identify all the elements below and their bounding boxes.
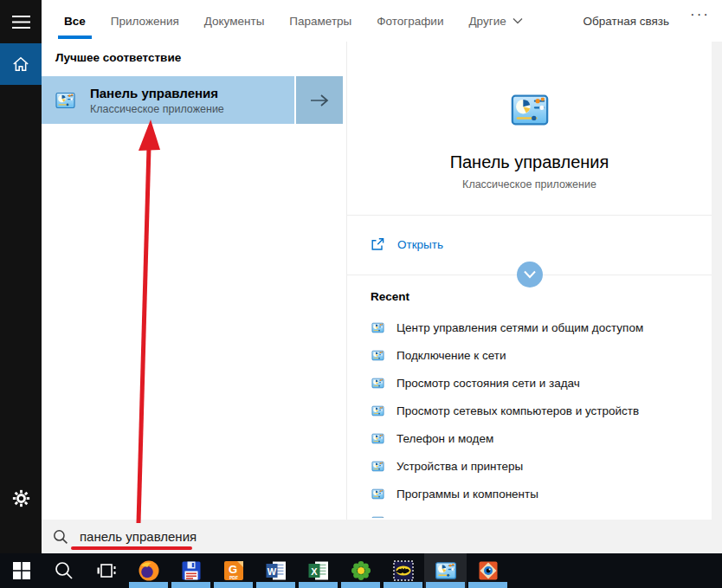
hamburger-menu-button[interactable] — [0, 2, 42, 43]
recent-item[interactable]: Телефон и модем — [347, 424, 712, 452]
gear-icon — [12, 489, 30, 507]
control-panel-large-icon — [505, 90, 555, 130]
tab-settings[interactable]: Параметры — [289, 0, 351, 42]
best-match-subtitle: Классическое приложение — [90, 103, 294, 115]
hamburger-icon — [12, 16, 30, 29]
recent-item[interactable]: Подключение к сети — [347, 341, 712, 369]
floppy-disk-icon — [180, 559, 203, 582]
running-indicator — [426, 582, 465, 588]
taskbar-search-button[interactable] — [42, 553, 85, 588]
word-icon: W — [265, 559, 287, 582]
results-pane: Лучшее соответствие Панель управления Кл… — [42, 42, 346, 520]
taskbar-excel[interactable]: X — [297, 553, 339, 588]
tab-settings-label: Параметры — [289, 15, 351, 28]
recent-item[interactable]: Просмотр сетевых компьютеров и устройств — [347, 397, 712, 424]
preview-subtitle: Классическое приложение — [347, 178, 712, 191]
tab-more[interactable]: Другие — [468, 0, 522, 42]
taskbar-pdf-app[interactable]: G PDF — [212, 553, 255, 588]
excel-icon: X — [307, 559, 330, 582]
control-panel-small-icon — [371, 349, 385, 362]
recent-item[interactable]: Устройства и принтеры — [347, 452, 712, 480]
batman-stamp-icon — [392, 559, 415, 582]
control-panel-small-icon — [371, 460, 385, 473]
tab-documents-label: Документы — [204, 15, 265, 28]
taskbar-batman-app[interactable] — [382, 553, 424, 588]
preview-title: Панель управления — [347, 152, 712, 172]
feedback-link[interactable]: Обратная связь — [583, 15, 669, 28]
search-icon — [54, 560, 74, 581]
tab-all-label: Все — [64, 15, 86, 28]
recent-item[interactable]: Программы и компоненты — [347, 480, 712, 507]
taskbar-icq[interactable] — [339, 553, 382, 588]
open-external-icon — [371, 237, 385, 252]
control-panel-small-icon — [371, 432, 385, 445]
open-action[interactable]: Открыть — [347, 229, 712, 260]
rail-home-button[interactable] — [0, 43, 42, 85]
recent-item[interactable]: Центр управления сетями и общим доступом — [347, 313, 712, 341]
tab-photos-label: Фотографии — [377, 15, 443, 28]
taskbar-floppy-app[interactable] — [170, 553, 212, 588]
tab-all[interactable]: Все — [64, 0, 86, 42]
control-panel-small-icon — [371, 321, 385, 334]
preview-pane: Панель управления Классическое приложени… — [347, 42, 712, 518]
best-match-title: Панель управления — [90, 86, 294, 101]
tab-more-label: Другие — [468, 15, 506, 28]
task-view-icon — [96, 560, 117, 581]
rail-settings-button[interactable] — [0, 477, 42, 519]
control-panel-small-icon — [371, 515, 385, 519]
start-button[interactable] — [0, 553, 42, 588]
overflow-menu-button[interactable]: ··· — [690, 6, 710, 23]
tab-documents[interactable]: Документы — [204, 0, 265, 42]
search-box[interactable]: панель управления — [42, 520, 722, 553]
running-indicator — [129, 582, 168, 588]
control-panel-small-icon — [371, 488, 385, 501]
open-label: Открыть — [397, 238, 443, 251]
faststone-eye-icon — [477, 559, 500, 582]
windows-logo-icon — [11, 560, 32, 581]
recent-item-clipped[interactable] — [347, 507, 712, 518]
expand-result-button[interactable] — [294, 76, 343, 124]
control-panel-small-icon — [371, 377, 385, 390]
best-match-item[interactable]: Панель управления Классическое приложени… — [42, 76, 343, 124]
running-indicator — [256, 582, 295, 588]
taskbar-control-panel[interactable] — [424, 553, 467, 588]
expand-preview-button[interactable] — [517, 262, 543, 288]
running-indicator — [214, 582, 253, 588]
tab-apps-label: Приложения — [111, 15, 179, 28]
icq-flower-icon — [350, 559, 372, 582]
svg-text:PDF: PDF — [229, 575, 238, 580]
home-icon — [11, 55, 30, 73]
taskbar-faststone[interactable] — [467, 553, 509, 588]
taskbar-firefox[interactable] — [127, 553, 170, 588]
best-match-text: Панель управления Классическое приложени… — [90, 86, 294, 115]
firefox-icon — [138, 559, 160, 582]
pdf-app-icon: G PDF — [222, 559, 245, 582]
control-panel-icon — [435, 559, 457, 582]
chevron-down-icon — [523, 270, 537, 279]
svg-text:X: X — [311, 566, 318, 577]
taskbar: G PDF W — [0, 553, 722, 588]
running-indicator — [384, 582, 422, 588]
right-gutter — [712, 42, 722, 520]
recent-item[interactable]: Просмотр состояния сети и задач — [347, 369, 712, 397]
divider — [347, 215, 712, 216]
running-indicator — [341, 582, 380, 588]
control-panel-small-icon — [371, 404, 385, 417]
arrow-right-icon — [309, 93, 330, 108]
chevron-down-icon — [512, 17, 523, 24]
search-filter-bar: Все Приложения Документы Параметры Фотог… — [42, 0, 722, 42]
windows-search-flyout: Все Приложения Документы Параметры Фотог… — [0, 0, 722, 588]
taskbar-word[interactable]: W — [255, 553, 297, 588]
task-view-button[interactable] — [85, 553, 127, 588]
tab-photos[interactable]: Фотографии — [377, 0, 443, 42]
running-indicator — [171, 582, 210, 588]
search-query[interactable]: панель управления — [80, 529, 197, 544]
navigation-rail — [0, 0, 42, 553]
recent-header: Recent — [371, 290, 409, 303]
running-indicator — [468, 582, 507, 588]
running-indicator — [299, 582, 338, 588]
best-match-header: Лучшее соответствие — [55, 51, 181, 64]
tab-apps[interactable]: Приложения — [111, 0, 179, 42]
control-panel-icon — [54, 90, 77, 111]
svg-text:W: W — [267, 566, 276, 577]
